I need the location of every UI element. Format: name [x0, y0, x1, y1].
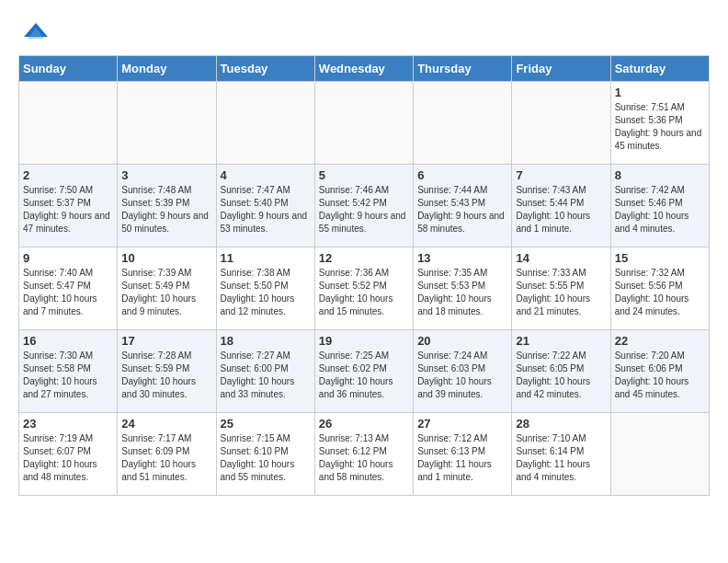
day-info: Sunrise: 7:22 AM Sunset: 6:05 PM Dayligh… [516, 350, 606, 401]
day-number: 9 [23, 251, 113, 265]
col-header-friday: Friday [512, 56, 610, 82]
day-number: 2 [23, 168, 113, 182]
calendar-week-row: 16Sunrise: 7:30 AM Sunset: 5:58 PM Dayli… [19, 330, 710, 413]
calendar-cell [314, 82, 413, 165]
calendar-cell [19, 82, 118, 165]
day-info: Sunrise: 7:28 AM Sunset: 5:59 PM Dayligh… [121, 350, 211, 401]
calendar-cell: 17Sunrise: 7:28 AM Sunset: 5:59 PM Dayli… [118, 330, 216, 413]
day-info: Sunrise: 7:36 AM Sunset: 5:52 PM Dayligh… [319, 267, 409, 318]
day-number: 14 [516, 251, 606, 265]
day-info: Sunrise: 7:33 AM Sunset: 5:55 PM Dayligh… [516, 267, 606, 318]
day-info: Sunrise: 7:35 AM Sunset: 5:53 PM Dayligh… [417, 267, 507, 318]
day-info: Sunrise: 7:13 AM Sunset: 6:12 PM Dayligh… [319, 432, 409, 484]
day-number: 20 [417, 334, 507, 348]
day-info: Sunrise: 7:19 AM Sunset: 6:07 PM Dayligh… [23, 432, 113, 484]
day-info: Sunrise: 7:10 AM Sunset: 6:14 PM Dayligh… [516, 432, 606, 484]
day-info: Sunrise: 7:32 AM Sunset: 5:56 PM Dayligh… [615, 267, 705, 318]
day-number: 3 [121, 168, 211, 182]
calendar-cell: 26Sunrise: 7:13 AM Sunset: 6:12 PM Dayli… [314, 413, 413, 496]
day-number: 16 [23, 334, 113, 348]
day-number: 27 [417, 417, 507, 431]
calendar-cell: 11Sunrise: 7:38 AM Sunset: 5:50 PM Dayli… [216, 247, 314, 330]
day-number: 17 [121, 334, 211, 348]
day-number: 6 [417, 168, 507, 182]
day-number: 5 [319, 168, 409, 182]
day-number: 12 [319, 251, 409, 265]
calendar-week-row: 1Sunrise: 7:51 AM Sunset: 5:36 PM Daylig… [19, 82, 710, 165]
day-info: Sunrise: 7:30 AM Sunset: 5:58 PM Dayligh… [23, 350, 113, 401]
day-number: 24 [121, 417, 211, 431]
day-info: Sunrise: 7:17 AM Sunset: 6:09 PM Dayligh… [121, 432, 211, 484]
day-info: Sunrise: 7:42 AM Sunset: 5:46 PM Dayligh… [615, 184, 705, 236]
logo-icon [22, 18, 50, 46]
day-number: 18 [221, 334, 311, 348]
col-header-tuesday: Tuesday [216, 56, 314, 82]
calendar-cell: 3Sunrise: 7:48 AM Sunset: 5:39 PM Daylig… [118, 165, 216, 247]
day-info: Sunrise: 7:40 AM Sunset: 5:47 PM Dayligh… [23, 267, 113, 318]
col-header-thursday: Thursday [414, 56, 512, 82]
calendar-cell: 27Sunrise: 7:12 AM Sunset: 6:13 PM Dayli… [414, 413, 512, 496]
page-header [18, 18, 710, 46]
calendar-cell [118, 82, 216, 165]
day-number: 21 [516, 334, 606, 348]
day-number: 7 [516, 168, 606, 182]
day-number: 4 [221, 168, 311, 182]
calendar-week-row: 9Sunrise: 7:40 AM Sunset: 5:47 PM Daylig… [19, 247, 710, 330]
day-info: Sunrise: 7:27 AM Sunset: 6:00 PM Dayligh… [221, 350, 311, 401]
calendar-week-row: 23Sunrise: 7:19 AM Sunset: 6:07 PM Dayli… [19, 413, 710, 496]
day-info: Sunrise: 7:44 AM Sunset: 5:43 PM Dayligh… [417, 184, 507, 236]
day-info: Sunrise: 7:51 AM Sunset: 5:36 PM Dayligh… [615, 101, 705, 153]
calendar-cell: 24Sunrise: 7:17 AM Sunset: 6:09 PM Dayli… [118, 413, 216, 496]
day-number: 11 [221, 251, 311, 265]
calendar-cell: 16Sunrise: 7:30 AM Sunset: 5:58 PM Dayli… [19, 330, 118, 413]
day-number: 19 [319, 334, 409, 348]
calendar-cell: 6Sunrise: 7:44 AM Sunset: 5:43 PM Daylig… [414, 165, 512, 247]
day-info: Sunrise: 7:39 AM Sunset: 5:49 PM Dayligh… [121, 267, 211, 318]
col-header-saturday: Saturday [610, 56, 709, 82]
calendar-cell: 2Sunrise: 7:50 AM Sunset: 5:37 PM Daylig… [19, 165, 118, 247]
calendar-cell: 4Sunrise: 7:47 AM Sunset: 5:40 PM Daylig… [216, 165, 314, 247]
day-info: Sunrise: 7:38 AM Sunset: 5:50 PM Dayligh… [221, 267, 311, 318]
calendar-cell: 13Sunrise: 7:35 AM Sunset: 5:53 PM Dayli… [414, 247, 512, 330]
calendar-cell: 7Sunrise: 7:43 AM Sunset: 5:44 PM Daylig… [512, 165, 610, 247]
calendar-cell: 5Sunrise: 7:46 AM Sunset: 5:42 PM Daylig… [314, 165, 413, 247]
calendar-cell: 8Sunrise: 7:42 AM Sunset: 5:46 PM Daylig… [610, 165, 709, 247]
day-number: 28 [516, 417, 606, 431]
day-info: Sunrise: 7:48 AM Sunset: 5:39 PM Dayligh… [121, 184, 211, 236]
calendar-cell: 23Sunrise: 7:19 AM Sunset: 6:07 PM Dayli… [19, 413, 118, 496]
calendar-cell: 12Sunrise: 7:36 AM Sunset: 5:52 PM Dayli… [314, 247, 413, 330]
col-header-wednesday: Wednesday [314, 56, 413, 82]
day-number: 13 [417, 251, 507, 265]
day-info: Sunrise: 7:46 AM Sunset: 5:42 PM Dayligh… [319, 184, 409, 236]
col-header-monday: Monday [118, 56, 216, 82]
calendar-header-row: SundayMondayTuesdayWednesdayThursdayFrid… [19, 56, 710, 82]
col-header-sunday: Sunday [19, 56, 118, 82]
day-info: Sunrise: 7:50 AM Sunset: 5:37 PM Dayligh… [23, 184, 113, 236]
day-info: Sunrise: 7:20 AM Sunset: 6:06 PM Dayligh… [615, 350, 705, 401]
calendar-table: SundayMondayTuesdayWednesdayThursdayFrid… [18, 55, 710, 496]
day-info: Sunrise: 7:25 AM Sunset: 6:02 PM Dayligh… [319, 350, 409, 401]
day-info: Sunrise: 7:43 AM Sunset: 5:44 PM Dayligh… [516, 184, 606, 236]
calendar-cell: 28Sunrise: 7:10 AM Sunset: 6:14 PM Dayli… [512, 413, 610, 496]
calendar-cell [414, 82, 512, 165]
day-number: 1 [615, 86, 705, 99]
calendar-cell: 19Sunrise: 7:25 AM Sunset: 6:02 PM Dayli… [314, 330, 413, 413]
calendar-cell: 21Sunrise: 7:22 AM Sunset: 6:05 PM Dayli… [512, 330, 610, 413]
day-info: Sunrise: 7:47 AM Sunset: 5:40 PM Dayligh… [221, 184, 311, 236]
day-info: Sunrise: 7:24 AM Sunset: 6:03 PM Dayligh… [417, 350, 507, 401]
day-info: Sunrise: 7:12 AM Sunset: 6:13 PM Dayligh… [417, 432, 507, 484]
day-number: 8 [615, 168, 705, 182]
calendar-cell [610, 413, 709, 496]
calendar-cell: 1Sunrise: 7:51 AM Sunset: 5:36 PM Daylig… [610, 82, 709, 165]
day-info: Sunrise: 7:15 AM Sunset: 6:10 PM Dayligh… [221, 432, 311, 484]
calendar-cell: 14Sunrise: 7:33 AM Sunset: 5:55 PM Dayli… [512, 247, 610, 330]
calendar-cell: 9Sunrise: 7:40 AM Sunset: 5:47 PM Daylig… [19, 247, 118, 330]
day-number: 25 [221, 417, 311, 431]
logo [18, 18, 50, 46]
calendar-cell: 15Sunrise: 7:32 AM Sunset: 5:56 PM Dayli… [610, 247, 709, 330]
calendar-cell [512, 82, 610, 165]
calendar-cell: 20Sunrise: 7:24 AM Sunset: 6:03 PM Dayli… [414, 330, 512, 413]
day-number: 15 [615, 251, 705, 265]
day-number: 22 [615, 334, 705, 348]
day-number: 26 [319, 417, 409, 431]
